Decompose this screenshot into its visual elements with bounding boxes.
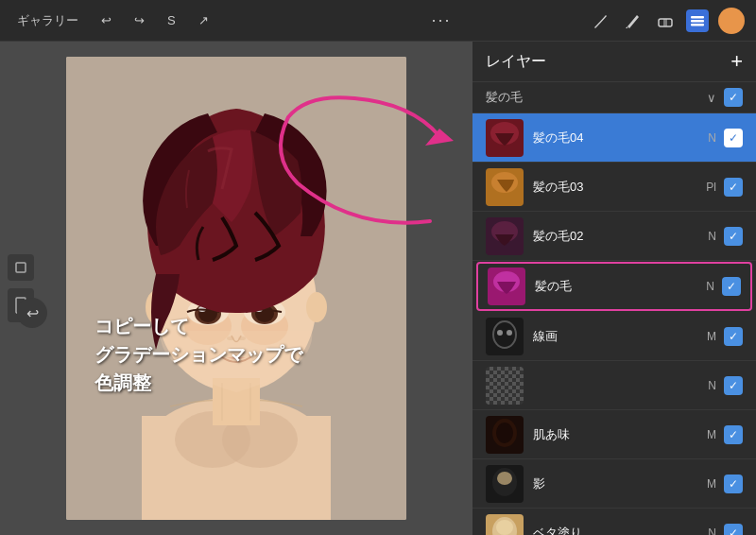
layer-visibility-flat[interactable]: ✓	[724, 524, 743, 536]
redo-button[interactable]: ↪	[129, 9, 150, 31]
layers-title: レイヤー	[486, 52, 546, 72]
layer-item-unnamed[interactable]: N ✓	[472, 361, 756, 410]
transform-button[interactable]: S	[162, 9, 181, 31]
svg-point-35	[497, 330, 503, 336]
layer-visibility-hair04[interactable]: ✓	[724, 129, 743, 147]
eraser-tool-button[interactable]	[654, 9, 677, 32]
canvas-area: コピーして グラデーションマップで 色調整 ↩	[0, 42, 472, 535]
layer-item-hair[interactable]: 髪の毛 N ✓	[476, 262, 752, 311]
layer-item-shadow[interactable]: 影 M ✓	[472, 459, 756, 509]
svg-rect-4	[16, 263, 26, 272]
svg-rect-2	[691, 20, 704, 23]
modify-button[interactable]	[8, 254, 34, 281]
layer-mode-flat: N	[708, 526, 716, 536]
layer-group-chevron-icon: ∨	[707, 91, 716, 105]
layer-name-hair02: 髪の毛02	[533, 228, 708, 245]
drawing-canvas: コピーして グラデーションマップで 色調整	[66, 57, 406, 520]
layer-name-flat: ベタ塗り	[533, 525, 708, 536]
layer-name-lineart: 線画	[533, 328, 707, 345]
layer-item-lineart[interactable]: 線画 M ✓	[472, 312, 756, 361]
pen-tool-button[interactable]	[622, 9, 644, 32]
select-button[interactable]: ↗	[193, 9, 215, 31]
undo-float-button[interactable]: ↩	[17, 298, 47, 328]
layer-mode-shadow: M	[707, 477, 716, 491]
layer-name-hair03: 髪の毛03	[533, 179, 706, 196]
layer-thumb-hair	[488, 268, 525, 305]
layer-group-hair[interactable]: 髪の毛 ∨ ✓	[472, 82, 756, 113]
svg-point-42	[496, 520, 513, 535]
svg-point-13	[306, 292, 327, 322]
layer-visibility-shadow[interactable]: ✓	[724, 475, 743, 493]
more-options-button[interactable]: ···	[301, 10, 582, 30]
layer-visibility-skin[interactable]: ✓	[724, 425, 743, 444]
layer-item-skin[interactable]: 肌あ味 M ✓	[472, 410, 756, 459]
main-toolbar: ギャラリー ↩ ↪ S ↗ ···	[0, 0, 756, 42]
layer-mode-hair03: Pl	[706, 181, 716, 194]
layer-item-hair04[interactable]: 髪の毛04 N ✓	[472, 113, 756, 163]
svg-point-34	[493, 321, 516, 348]
layer-thumb-hair03	[486, 168, 524, 206]
layer-thumb-flat	[486, 514, 524, 536]
user-avatar[interactable]	[718, 8, 745, 34]
undo-button[interactable]: ↩	[95, 9, 117, 31]
layer-thumb-hair04	[486, 119, 524, 157]
layer-group-name: 髪の毛	[486, 89, 707, 106]
layer-thumb-unnamed	[486, 367, 524, 405]
layers-panel: レイヤー + 髪の毛 ∨ ✓ 髪の毛04 N ✓ 髪の毛03 Pl ✓ 髪の毛0…	[472, 42, 756, 535]
layer-visibility-hair[interactable]: ✓	[722, 277, 741, 296]
layer-visibility-hair03[interactable]: ✓	[724, 178, 743, 197]
layer-thumb-lineart	[486, 318, 524, 355]
layer-name-skin: 肌あ味	[533, 426, 707, 443]
toolbar-right	[590, 8, 745, 34]
layer-thumb-hair02	[486, 217, 524, 255]
add-layer-button[interactable]: +	[730, 51, 743, 72]
layer-item-hair02[interactable]: 髪の毛02 N ✓	[472, 212, 756, 261]
layer-mode-unnamed: N	[708, 379, 716, 392]
layer-visibility-unnamed[interactable]: ✓	[724, 376, 743, 395]
svg-rect-3	[691, 24, 704, 26]
layer-mode-hair: N	[706, 280, 714, 293]
layer-visibility-lineart[interactable]: ✓	[724, 327, 743, 346]
layer-mode-hair04: N	[708, 131, 716, 145]
layer-thumb-shadow	[486, 465, 524, 503]
layers-panel-button[interactable]	[686, 9, 709, 32]
layer-item-flat[interactable]: ベタ塗り N ✓	[472, 509, 756, 535]
layer-mode-lineart: M	[707, 330, 716, 343]
layer-name-hair: 髪の毛	[535, 278, 706, 295]
svg-point-40	[497, 472, 512, 485]
brush-tool-button[interactable]	[590, 9, 612, 32]
svg-point-36	[507, 330, 512, 336]
layer-mode-skin: M	[707, 428, 716, 441]
layers-header: レイヤー +	[472, 42, 756, 82]
layer-name-hair04: 髪の毛04	[533, 129, 708, 147]
layer-visibility-hair02[interactable]: ✓	[724, 227, 743, 246]
layer-name-shadow: 影	[533, 475, 707, 492]
layer-item-hair03[interactable]: 髪の毛03 Pl ✓	[472, 163, 756, 212]
layer-mode-hair02: N	[708, 230, 716, 243]
gallery-button[interactable]: ギャラリー	[11, 9, 84, 33]
svg-rect-1	[691, 16, 704, 19]
layer-group-visibility[interactable]: ✓	[724, 88, 743, 107]
layer-thumb-skin	[486, 416, 524, 454]
svg-point-38	[496, 423, 513, 443]
toolbar-left: ギャラリー ↩ ↪ S ↗	[11, 9, 293, 33]
